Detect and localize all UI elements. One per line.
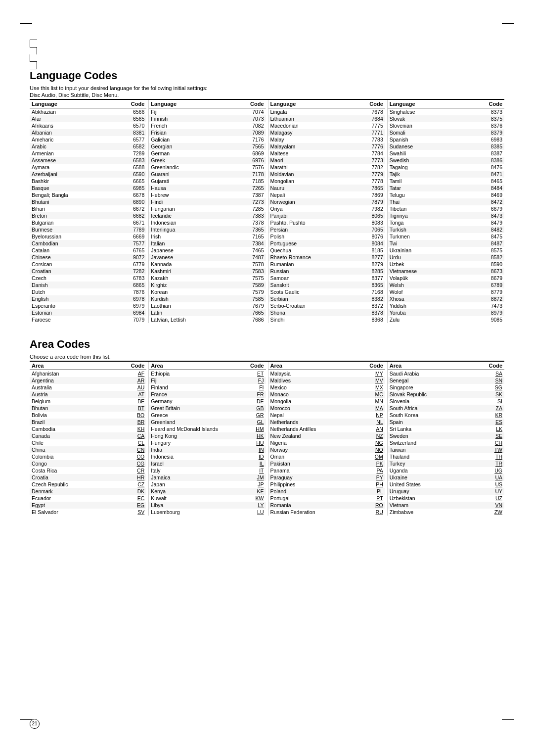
lang-name: South Africa	[388, 405, 470, 412]
col-header-lang: Language	[388, 100, 462, 108]
lang-code: MX	[355, 384, 385, 391]
col-header-code: Code	[111, 100, 147, 108]
lang-code: ID	[243, 453, 266, 460]
col-header-lang: Language	[30, 100, 111, 108]
table-row: Tagalog8476	[388, 164, 504, 171]
table-row: Ameharic6577	[30, 136, 146, 143]
table-row: Assamese6583	[30, 157, 146, 164]
table-row: Afrikaans6570	[30, 122, 146, 129]
table-row: Frisian7089	[149, 129, 266, 136]
lang-code: 7775	[352, 122, 385, 129]
lang-name: Afrikaans	[30, 122, 111, 129]
lang-name: China	[30, 446, 111, 453]
lang-name: Mongolia	[268, 398, 355, 405]
lang-code: 6665	[111, 178, 147, 185]
lang-name: Russian Federation	[268, 509, 355, 516]
lang-code: 6577	[111, 136, 147, 143]
lang-code: ZA	[469, 405, 504, 412]
lang-code: 6590	[111, 171, 147, 178]
corner-mark-bl	[30, 54, 37, 62]
lang-name: Javanese	[149, 254, 229, 261]
table-row: Polish8076	[268, 233, 385, 240]
lang-name: Philippines	[268, 481, 355, 488]
lang-code: 8385	[462, 143, 504, 150]
lang-name: Pashto, Pushto	[268, 219, 353, 226]
table-row: Pashto, Pushto8083	[268, 219, 385, 226]
table-row: Georgian7565	[149, 143, 266, 150]
lang-code: 7089	[229, 129, 266, 136]
lang-name: Latin	[149, 309, 229, 316]
lang-name: Ukraine	[388, 474, 470, 481]
lang-code: MC	[355, 391, 385, 398]
lang-code: 6678	[111, 191, 147, 198]
table-row: LibyaLY	[149, 502, 266, 509]
lang-code: 7082	[229, 122, 266, 129]
lang-name: Nigeria	[268, 439, 355, 446]
table-row: Yiddish7473	[388, 302, 504, 309]
lang-code: 8365	[352, 282, 385, 288]
table-row: Kannada7578	[149, 261, 266, 268]
table-row: Tamil8465	[388, 178, 504, 185]
table-row: French7082	[149, 122, 266, 129]
table-row: New ZealandNZ	[268, 432, 385, 439]
lang-name: Sudanese	[388, 143, 462, 150]
table-row: IsraelIL	[149, 460, 266, 467]
lang-code: 8472	[462, 198, 504, 205]
lang-name: Kuwait	[149, 495, 242, 502]
table-row: Breton6682	[30, 212, 146, 219]
lang-code: AT	[111, 391, 147, 398]
lang-code: 8382	[352, 295, 385, 302]
lang-name: Georgian	[149, 143, 229, 150]
table-row: Arabic6582	[30, 143, 146, 150]
lang-code: 6669	[111, 233, 147, 240]
lang-code: 8377	[352, 275, 385, 282]
lang-code: CL	[111, 439, 147, 446]
lang-name: Quechua	[268, 247, 353, 254]
lang-name: Brazil	[30, 419, 111, 425]
table-row: Croatian7282	[30, 268, 146, 275]
lang-name: Indonesian	[149, 219, 229, 226]
table-row: Basque6985	[30, 185, 146, 191]
table-row: Oriya7982	[268, 205, 385, 212]
lang-code: 8465	[462, 178, 504, 185]
table-row: Greek6976	[149, 157, 266, 164]
lang-name: Tigrinya	[388, 212, 462, 219]
lang-name: Ameharic	[30, 136, 111, 143]
lang-code: 7273	[229, 198, 266, 205]
table-row: Maltese7784	[268, 150, 385, 157]
table-row: PortugalPT	[268, 495, 385, 502]
table-row: GermanyDE	[149, 398, 266, 405]
lang-name: Kannada	[149, 261, 229, 268]
lang-name: Urdu	[388, 254, 462, 261]
lang-name: Paraguay	[268, 474, 355, 481]
table-row: Samoan8377	[268, 275, 385, 282]
table-row: MalaysiaMY	[268, 370, 385, 378]
lang-name: Nauru	[268, 185, 353, 191]
table-row: Thai8472	[388, 198, 504, 205]
table-row: KuwaitKW	[149, 495, 266, 502]
lang-name: Sri Lanka	[388, 425, 470, 432]
lang-code: BE	[111, 398, 147, 405]
lang-name: Netherlands Antilles	[268, 425, 355, 432]
lang-name: Kurdish	[149, 295, 229, 302]
corner-mark-tr	[30, 47, 37, 54]
lang-name: Bolivia	[30, 412, 111, 419]
lang-code: 7576	[229, 164, 266, 171]
lang-name: Esperanto	[30, 302, 111, 309]
table-row: Nepali7869	[268, 191, 385, 198]
table-row: Great BritainGB	[149, 405, 266, 412]
lang-code: PT	[355, 495, 385, 502]
lang-code: GR	[243, 412, 266, 419]
lang-code: 8487	[462, 240, 504, 247]
lang-name: Malaysia	[268, 370, 355, 378]
page-number: 21	[30, 719, 40, 729]
lang-name: Italy	[149, 467, 242, 474]
table-row: Shona8378	[268, 309, 385, 316]
table-row: Mongolian7778	[268, 178, 385, 185]
lang-name: Welsh	[388, 282, 462, 288]
lang-code: 8479	[462, 219, 504, 226]
lang-code: 7383	[229, 212, 266, 219]
lang-code: HU	[243, 439, 266, 446]
lang-code: 8872	[462, 295, 504, 302]
table-row: Dutch7876	[30, 288, 146, 295]
